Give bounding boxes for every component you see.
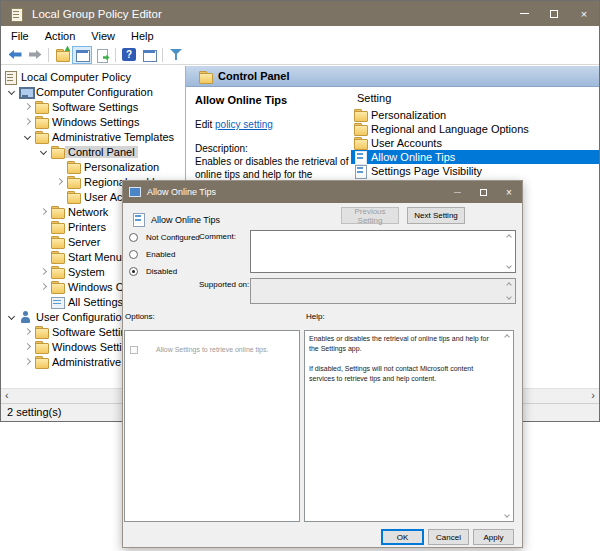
tree-item-personalization[interactable]: Personalization <box>1 159 185 174</box>
chevron-right-icon[interactable] <box>21 344 34 349</box>
dialog-close-button[interactable]: × <box>496 181 522 203</box>
menu-view[interactable]: View <box>83 28 123 44</box>
minimize-icon <box>454 192 461 193</box>
radio-circle-icon <box>129 250 138 259</box>
radio-circle-selected-icon <box>129 267 138 276</box>
filter-funnel-icon <box>170 49 182 60</box>
radio-disabled[interactable]: Disabled <box>129 266 177 277</box>
menu-action[interactable]: Action <box>37 28 84 44</box>
radio-not-configured[interactable]: Not Configured <box>129 232 200 243</box>
chevron-right-icon[interactable] <box>37 209 50 214</box>
menu-file[interactable]: File <box>3 28 37 44</box>
tree-item-administrative-templates[interactable]: Administrative Templates <box>1 129 185 144</box>
option-checkbox[interactable] <box>130 346 138 354</box>
help-icon: ? <box>122 48 136 61</box>
list-item-label: Allow Online Tips <box>371 151 455 163</box>
next-setting-button[interactable]: Next Setting <box>407 207 465 224</box>
chevron-right-icon[interactable] <box>37 269 50 274</box>
list-item-user-accounts[interactable]: User Accounts <box>351 136 599 150</box>
maximize-button[interactable] <box>539 1 569 26</box>
list-item-allow-online-tips[interactable]: Allow Online Tips <box>351 150 599 164</box>
maximize-icon <box>480 189 487 196</box>
cancel-button[interactable]: Cancel <box>428 529 469 545</box>
tree-item-software-settings[interactable]: Software Settings <box>1 99 185 114</box>
folder-icon <box>34 115 49 129</box>
dialog-minimize-button[interactable] <box>444 181 470 203</box>
tree-item-label: Printers <box>65 221 109 233</box>
list-item-personalization[interactable]: Personalization <box>351 108 599 122</box>
tree-item-label: Local Computer Policy <box>18 71 134 83</box>
show-action-pane-button[interactable] <box>139 46 159 64</box>
minimize-button[interactable] <box>509 1 539 26</box>
list-item-regional-and-language-options[interactable]: Regional and Language Options <box>351 122 599 136</box>
textarea-scrollbar[interactable] <box>504 280 514 302</box>
folder-icon <box>353 136 367 150</box>
forward-arrow-icon <box>29 50 42 59</box>
chevron-glyph <box>40 208 47 215</box>
export-list-button[interactable] <box>92 46 112 64</box>
tree-item-control-panel[interactable]: Control Panel <box>1 144 185 159</box>
list-item-settings-page-visibility[interactable]: Settings Page Visibility <box>351 164 599 178</box>
column-header-setting[interactable]: Setting <box>351 87 599 108</box>
scroll-left-arrow[interactable]: ‹ <box>5 389 9 401</box>
list-item-label: Regional and Language Options <box>371 123 529 135</box>
toolbar-separator <box>115 48 116 62</box>
folder-icon <box>198 70 212 83</box>
chevron-glyph <box>40 148 47 155</box>
all-settings-icon <box>50 295 65 309</box>
tree-item-computer-configuration[interactable]: Computer Configuration <box>1 84 185 99</box>
chevron-right-icon[interactable] <box>21 329 34 334</box>
textarea-scrollbar[interactable] <box>504 232 514 271</box>
forward-button[interactable] <box>25 46 45 64</box>
chevron-glyph <box>24 103 31 110</box>
close-button[interactable]: × <box>569 1 599 26</box>
filter-button[interactable] <box>166 46 186 64</box>
results-header-band: Control Panel <box>186 66 599 87</box>
chevron-down-icon[interactable] <box>5 314 18 319</box>
tree-item-local-computer-policy[interactable]: Local Computer Policy <box>1 69 185 84</box>
computer-icon <box>18 85 33 99</box>
window-title: Local Group Policy Editor <box>32 8 509 20</box>
tree-item-label: Software Settings <box>49 101 141 113</box>
chevron-right-icon[interactable] <box>21 104 34 109</box>
minimize-icon <box>520 13 529 14</box>
chevron-down-icon[interactable] <box>37 149 50 154</box>
menu-help[interactable]: Help <box>123 28 162 44</box>
folder-icon <box>50 265 65 279</box>
edit-prefix: Edit <box>195 119 215 130</box>
export-list-icon <box>95 48 110 62</box>
help-button[interactable]: ? <box>119 46 139 64</box>
edit-policy-setting-link[interactable]: policy setting <box>215 119 273 130</box>
folder-icon <box>50 205 65 219</box>
show-console-tree-button[interactable] <box>72 46 92 64</box>
list-item-label: Personalization <box>371 109 446 121</box>
chevron-right-icon[interactable] <box>21 119 34 124</box>
maximize-icon <box>550 10 558 18</box>
help-scrollbar[interactable] <box>502 332 512 520</box>
chevron-right-icon[interactable] <box>21 359 34 364</box>
scroll-down-icon <box>506 263 512 269</box>
scroll-right-arrow[interactable]: › <box>591 389 595 401</box>
back-button[interactable] <box>5 46 25 64</box>
chevron-down-icon[interactable] <box>21 134 34 139</box>
results-header-title: Control Panel <box>218 70 290 82</box>
tree-item-windows-settings[interactable]: Windows Settings <box>1 114 185 129</box>
folder-icon <box>353 122 367 136</box>
ok-button[interactable]: OK <box>381 529 424 545</box>
folder-icon <box>353 108 367 122</box>
scroll-up-icon <box>506 282 512 288</box>
chevron-right-icon[interactable] <box>37 284 50 289</box>
chevron-right-icon[interactable] <box>53 179 66 184</box>
apply-button[interactable]: Apply <box>473 529 514 545</box>
radio-label: Disabled <box>146 267 177 276</box>
radio-enabled[interactable]: Enabled <box>129 249 175 260</box>
chevron-down-icon[interactable] <box>5 89 18 94</box>
comment-textarea[interactable] <box>250 230 516 273</box>
dialog-maximize-button[interactable] <box>470 181 496 203</box>
up-one-level-button[interactable] <box>52 46 72 64</box>
scroll-up-icon <box>506 234 512 240</box>
previous-setting-button[interactable]: Previous Setting <box>341 207 399 224</box>
folder-icon <box>50 250 65 264</box>
tree-item-label: Server <box>65 236 103 248</box>
supported-on-textarea[interactable] <box>250 278 516 304</box>
